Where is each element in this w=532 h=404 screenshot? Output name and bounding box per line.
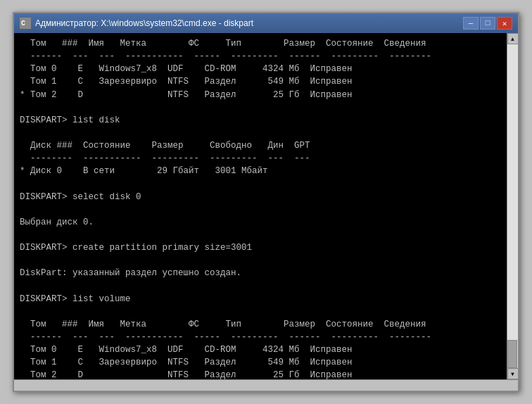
status-bar: [14, 379, 518, 391]
terminal-output[interactable]: Том ### Имя Метка ФС Тип Размер Состояни…: [14, 33, 507, 379]
terminal-line: * Том 2 D NTFS Раздел 25 Гб Исправен: [20, 89, 501, 101]
terminal-line: DISKPART> create partition primary size=…: [20, 241, 501, 254]
content-area: Том ### Имя Метка ФС Тип Размер Состояни…: [14, 33, 518, 379]
terminal-line: [20, 203, 501, 216]
terminal-line: -------- ----------- --------- ---------…: [20, 152, 501, 165]
terminal-line: * Диск 0 В сети 29 Гбайт 3001 Мбайт: [20, 165, 501, 177]
terminal-line: Выбран диск 0.: [20, 216, 501, 229]
terminal-line: [20, 127, 501, 139]
terminal-line: ------ --- --- ----------- ----- -------…: [20, 50, 501, 63]
terminal-line: DISKPART> list disk: [20, 114, 501, 127]
terminal-line: [20, 254, 501, 267]
terminal-line: Том ### Имя Метка ФС Тип Размер Состояни…: [20, 318, 501, 331]
title-bar: C Администратор: X:\windows\system32\cmd…: [14, 13, 518, 33]
maximize-button[interactable]: □: [480, 17, 495, 30]
window-controls: — □ ✕: [463, 17, 512, 30]
minimize-button[interactable]: —: [463, 17, 479, 30]
scroll-down-button[interactable]: ▼: [507, 368, 519, 379]
close-button[interactable]: ✕: [497, 17, 512, 30]
terminal-line: Том 1 C Зарезервиро NTFS Раздел 549 Мб И…: [20, 75, 501, 88]
terminal-line: DiskPart: указанный раздел успешно созда…: [20, 267, 501, 279]
terminal-line: [20, 177, 501, 190]
terminal-line: [20, 229, 501, 241]
terminal-line: [20, 101, 501, 114]
terminal-line: Том 1 C Зарезервиро NTFS Раздел 549 Мб И…: [20, 356, 501, 369]
terminal-line: ------ --- --- ----------- ----- -------…: [20, 331, 501, 343]
scrollbar-track[interactable]: [507, 44, 518, 368]
cmd-icon: C: [20, 18, 31, 29]
title-bar-left: C Администратор: X:\windows\system32\cmd…: [20, 18, 253, 29]
terminal-line: [20, 279, 501, 292]
cmd-window: C Администратор: X:\windows\system32\cmd…: [13, 12, 519, 392]
terminal-line: Том 2 D NTFS Раздел 25 Гб Исправен: [20, 369, 501, 379]
scroll-up-button[interactable]: ▲: [507, 33, 519, 44]
scrollbar[interactable]: ▲ ▼: [507, 33, 518, 379]
terminal-line: Том 0 E Windows7_x8 UDF CD-ROM 4324 Мб И…: [20, 343, 501, 356]
terminal-line: Диск ### Состояние Размер Свободно Дин G…: [20, 139, 501, 152]
terminal-line: [20, 305, 501, 318]
scrollbar-thumb[interactable]: [507, 340, 517, 368]
terminal-line: Том ### Имя Метка ФС Тип Размер Состояни…: [20, 37, 501, 50]
terminal-line: DISKPART> select disk 0: [20, 191, 501, 203]
terminal-line: Том 0 E Windows7_x8 UDF CD-ROM 4324 Мб И…: [20, 63, 501, 75]
terminal-line: DISKPART> list volume: [20, 293, 501, 305]
window-title: Администратор: X:\windows\system32\cmd.e…: [35, 18, 253, 28]
